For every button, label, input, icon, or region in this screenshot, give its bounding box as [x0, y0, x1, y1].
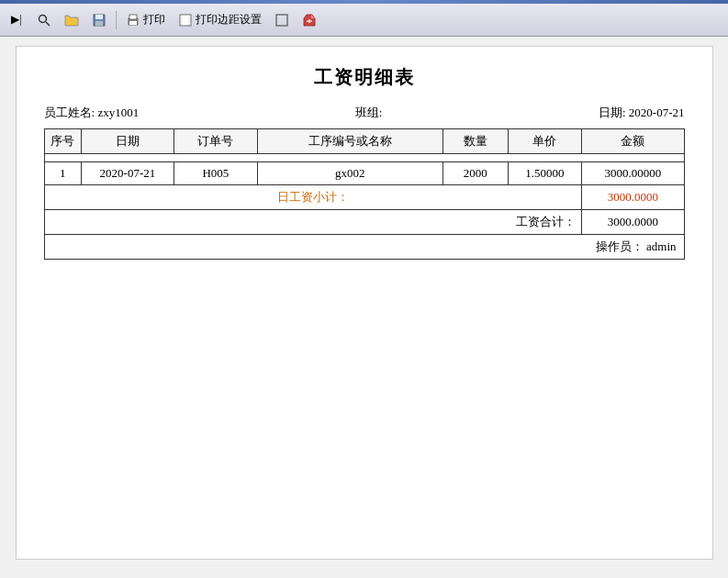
subtotal-row: 日工资小计： 3000.0000: [44, 185, 684, 210]
col-header-amount: 金额: [582, 129, 684, 154]
col-header-date: 日期: [81, 129, 174, 154]
subtotal-label: 日工资小计：: [44, 185, 582, 210]
open-button[interactable]: [59, 10, 84, 30]
margin-settings-button[interactable]: 打印边距设置: [173, 9, 267, 30]
wage-table: 序号 日期 订单号 工序编号或名称 数量 单价 金额 1 2020-07-21: [44, 128, 685, 235]
svg-rect-6: [129, 15, 137, 19]
window-button[interactable]: [269, 10, 295, 30]
report-page: 工资明细表 员工姓名: zxy1001 班组: 日期: 2020-07-21 序…: [16, 46, 713, 560]
col-header-order: 订单号: [174, 129, 257, 154]
date-info: 日期: 2020-07-21: [599, 105, 685, 121]
total-value: 3000.0000: [582, 210, 684, 235]
table-header-row: 序号 日期 订单号 工序编号或名称 数量 单价 金额: [44, 129, 684, 154]
total-row: 工资合计： 3000.0000: [44, 210, 684, 235]
margin-settings-label: 打印边距设置: [196, 12, 262, 28]
search-button[interactable]: [31, 10, 57, 30]
nav-first-button[interactable]: ▶|: [4, 10, 29, 30]
col-header-price: 单价: [508, 129, 582, 154]
date-value: 2020-07-21: [629, 106, 685, 119]
svg-rect-11: [276, 15, 287, 26]
cell-amount: 3000.00000: [582, 162, 684, 185]
content-area: 工资明细表 员工姓名: zxy1001 班组: 日期: 2020-07-21 序…: [0, 37, 728, 578]
cell-seq: 1: [44, 162, 81, 185]
operator-label: 操作员：: [596, 239, 644, 253]
employee-info: 员工姓名: zxy1001: [44, 105, 140, 121]
col-header-qty: 数量: [442, 129, 508, 154]
svg-line-1: [46, 22, 50, 26]
save-button[interactable]: [86, 10, 112, 30]
svg-rect-4: [95, 21, 103, 26]
report-header: 员工姓名: zxy1001 班组: 日期: 2020-07-21: [44, 105, 685, 121]
svg-rect-7: [129, 21, 137, 25]
nav-first-icon: ▶|: [9, 13, 24, 28]
total-label: 工资合计：: [44, 210, 582, 235]
print-icon: [126, 13, 140, 28]
table-row: 1 2020-07-21 H005 gx002 2000 1.50000 300…: [44, 162, 684, 185]
spacer-row: [44, 154, 684, 162]
separator-1: [116, 11, 117, 29]
svg-rect-3: [95, 15, 103, 19]
search-icon: [37, 13, 51, 28]
report-title: 工资明细表: [44, 65, 685, 90]
folder-icon: [64, 13, 79, 28]
cell-date: 2020-07-21: [81, 162, 174, 185]
employee-label: 员工姓名:: [44, 106, 95, 119]
window-icon: [274, 13, 289, 28]
date-label: 日期:: [599, 106, 626, 119]
cell-qty: 2000: [442, 162, 508, 185]
margin-settings-icon: [178, 13, 193, 28]
export-icon: [302, 13, 317, 28]
cell-order: H005: [174, 162, 257, 185]
operator-value: admin: [646, 239, 677, 253]
subtotal-value: 3000.0000: [582, 185, 684, 210]
cell-wage-code: gx002: [257, 162, 442, 185]
col-header-seq: 序号: [44, 129, 81, 154]
svg-point-0: [39, 15, 47, 22]
export-button[interactable]: [297, 10, 322, 30]
cell-price: 1.50000: [508, 162, 582, 185]
group-info: 班组:: [355, 105, 383, 121]
print-button[interactable]: 打印: [120, 9, 171, 30]
col-header-wage: 工序编号或名称: [257, 129, 442, 154]
operator-row: 操作员： admin: [44, 235, 685, 260]
group-label: 班组:: [355, 106, 383, 119]
employee-value: zxy1001: [97, 106, 139, 119]
print-label: 打印: [143, 12, 165, 28]
toolbar: ▶|: [0, 4, 728, 37]
save-icon: [92, 13, 106, 28]
